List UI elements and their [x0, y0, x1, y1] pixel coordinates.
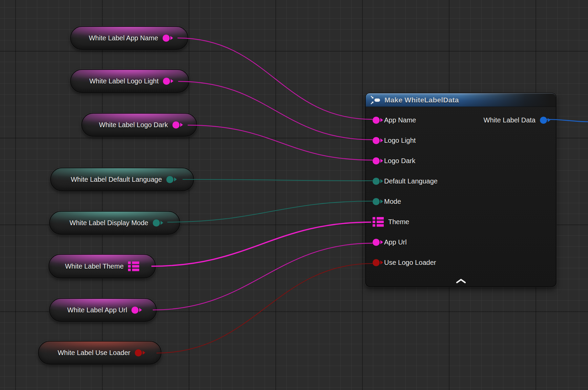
- wire-default-language[interactable]: [183, 179, 373, 181]
- blueprint-graph-canvas[interactable]: White Label App Name White Label Logo Li…: [0, 0, 588, 390]
- variable-node-white-label-theme[interactable]: White Label Theme: [48, 254, 156, 278]
- make-whitelabeldata-node[interactable]: Make WhiteLabelData App Name White Label…: [365, 93, 556, 287]
- variable-node-label: White Label Logo Dark: [99, 121, 168, 129]
- wire-logo-light[interactable]: [178, 81, 373, 140]
- variable-node-white-label-app-url[interactable]: White Label App Url: [49, 298, 157, 322]
- pin-label: App Url: [384, 238, 407, 246]
- wire-app-name[interactable]: [177, 38, 373, 119]
- wire-display-mode[interactable]: [167, 201, 373, 222]
- variable-node-label: White Label Theme: [65, 262, 124, 270]
- pin-label: Mode: [384, 198, 401, 206]
- pin-label: White Label Data: [484, 116, 536, 124]
- variable-node-white-label-app-name[interactable]: White Label App Name: [70, 26, 188, 50]
- variable-node-label: White Label App Name: [89, 34, 158, 42]
- string-input-pin[interactable]: [373, 239, 380, 246]
- pin-label: Logo Dark: [384, 157, 415, 165]
- variable-node-white-label-display-mode[interactable]: White Label Display Mode: [49, 211, 180, 235]
- pin-row: Theme: [366, 212, 556, 232]
- variable-node-label: White Label Logo Light: [89, 77, 159, 85]
- pin-label: Default Language: [384, 177, 438, 185]
- pin-row: Default Language: [366, 171, 556, 191]
- string-output-pin[interactable]: [163, 35, 170, 42]
- wire-use-loader[interactable]: [156, 264, 373, 353]
- struct-input-pin-icon[interactable]: [373, 217, 384, 227]
- make-struct-icon: [371, 96, 381, 104]
- variable-node-label: White Label Display Mode: [69, 219, 148, 227]
- pin-row: Use Logo Loader: [366, 252, 556, 273]
- variable-node-label: White Label Default Language: [71, 176, 162, 183]
- wire-app-url[interactable]: [153, 243, 373, 310]
- pin-row: Logo Light: [366, 130, 556, 151]
- make-node-title: Make WhiteLabelData: [384, 96, 459, 104]
- enum-input-pin[interactable]: [373, 178, 380, 185]
- string-input-pin[interactable]: [373, 137, 380, 144]
- make-node-pin-rows: App Name White Label Data Logo Light Log…: [366, 107, 556, 273]
- make-node-header[interactable]: Make WhiteLabelData: [366, 93, 556, 107]
- variable-node-label: White Label App Url: [67, 306, 127, 314]
- struct-pin-icon[interactable]: [128, 261, 139, 271]
- wire-theme[interactable]: [151, 222, 371, 266]
- string-input-pin[interactable]: [373, 117, 380, 124]
- pin-label: App Name: [384, 116, 416, 124]
- struct-output-pin[interactable]: [540, 117, 547, 124]
- variable-node-white-label-use-loader[interactable]: White Label Use Loader: [38, 341, 162, 365]
- collapse-node-button[interactable]: [452, 278, 470, 285]
- pin-row: App Name White Label Data: [366, 110, 556, 130]
- pin-label: Theme: [388, 218, 409, 226]
- bool-input-pin[interactable]: [373, 259, 380, 266]
- string-input-pin[interactable]: [373, 157, 380, 164]
- pin-label: Use Logo Loader: [384, 259, 436, 267]
- pin-row: Logo Dark: [366, 151, 556, 171]
- variable-node-white-label-logo-light[interactable]: White Label Logo Light: [70, 69, 189, 93]
- variable-node-white-label-default-language[interactable]: White Label Default Language: [50, 168, 194, 191]
- string-output-pin[interactable]: [163, 78, 170, 85]
- pin-row: App Url: [366, 232, 556, 252]
- bool-output-pin[interactable]: [135, 349, 142, 356]
- string-output-pin[interactable]: [172, 121, 180, 129]
- variable-node-white-label-logo-dark[interactable]: White Label Logo Dark: [81, 113, 197, 137]
- wire-logo-dark[interactable]: [188, 125, 373, 160]
- pin-row: Mode: [366, 191, 556, 212]
- enum-input-pin[interactable]: [373, 198, 380, 205]
- enum-output-pin[interactable]: [166, 176, 173, 183]
- variable-node-label: White Label Use Loader: [58, 349, 130, 357]
- chevron-up-icon: [455, 278, 467, 284]
- enum-output-pin[interactable]: [153, 219, 160, 227]
- string-output-pin[interactable]: [131, 307, 139, 314]
- pin-label: Logo Light: [384, 137, 416, 144]
